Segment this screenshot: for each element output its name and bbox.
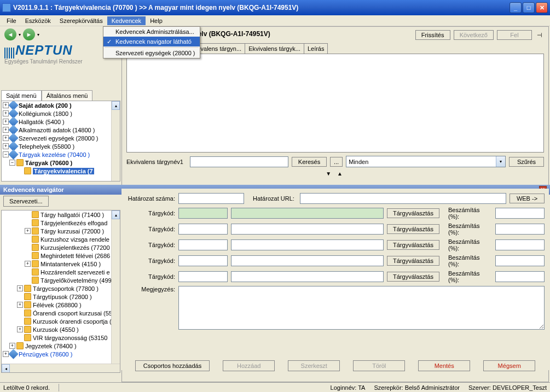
add-button[interactable]: Hozzáad xyxy=(223,360,275,371)
tree-expand-icon[interactable]: + xyxy=(17,285,23,291)
pin-icon[interactable]: ⊣ xyxy=(535,31,544,39)
tree-tcs[interactable]: Tárgycsoportok (77800 ) xyxy=(33,285,99,292)
targykod-input-2b[interactable] xyxy=(231,224,384,235)
menu-file[interactable]: File xyxy=(2,16,21,25)
forward-dropdown-icon[interactable]: ▾ xyxy=(37,32,39,37)
targykod-input-4b[interactable] xyxy=(231,255,384,266)
besz-input-4[interactable] xyxy=(495,255,545,266)
cancel-button[interactable]: Mégsem xyxy=(483,360,535,371)
targykod-input-5b[interactable] xyxy=(231,271,384,282)
haturl-input[interactable] xyxy=(300,193,506,204)
tree-tk[interactable]: Tárgy kurzusai (72000 ) xyxy=(40,228,104,235)
group-add-button[interactable]: Csoportos hozzáadás xyxy=(135,360,210,371)
tree-kvr[interactable]: Kurzushoz vizsga rendele xyxy=(40,236,109,243)
tree-koc[interactable]: Kurzusok órarendi csoportja (3 xyxy=(33,318,115,325)
maximize-button[interactable]: □ xyxy=(523,2,535,13)
targykod-input-3a[interactable] xyxy=(178,239,228,250)
tree-kolleg[interactable]: Kollégiumok (1800 ) xyxy=(19,110,72,117)
fav-admin-item[interactable]: Kedvencek Adminisztrálása... xyxy=(103,27,200,37)
tree-penz[interactable]: Pénzügyek (78600 ) xyxy=(19,351,72,358)
tree-expand-icon[interactable]: + xyxy=(9,343,15,349)
tree-sajat[interactable]: Saját adatok (200 ) xyxy=(19,102,72,109)
tree-mhf[interactable]: Meghirdetett félévei (2686 xyxy=(40,253,110,259)
tree-teleph[interactable]: Telephelyek (55800 ) xyxy=(19,143,74,150)
tree-scrollbar-h[interactable]: ◂ xyxy=(2,364,120,372)
up-button[interactable]: Fel xyxy=(497,30,532,40)
tree-expand-icon[interactable]: + xyxy=(17,302,23,308)
minimize-button[interactable]: _ xyxy=(510,2,522,13)
tree-th[interactable]: Tárgy hallgatói (71400 ) xyxy=(40,212,104,218)
close-button[interactable]: ✕ xyxy=(536,2,548,13)
besz-input-1[interactable] xyxy=(495,208,545,219)
tab-ekv3[interactable]: Ekvivalens tárgyk... xyxy=(245,43,304,54)
scroll-left-icon[interactable]: ◂ xyxy=(2,364,10,373)
search-button[interactable]: Keresés xyxy=(292,157,327,167)
tree-kj[interactable]: Kurzusjelentkezés (77200 xyxy=(40,244,110,251)
besz-input-2[interactable] xyxy=(495,224,545,235)
menu-help[interactable]: Help xyxy=(146,16,167,25)
tree-mtt[interactable]: Mintatantervek (4150 ) xyxy=(40,261,101,267)
back-button[interactable]: ◄ xyxy=(4,28,16,40)
tree-szerv[interactable]: Szervezeti egységek (28000 ) xyxy=(19,135,99,142)
save-button[interactable]: Mentés xyxy=(418,360,470,371)
tree-expand-icon[interactable]: + xyxy=(25,261,31,267)
tree-scrollbar-v[interactable]: ▴ xyxy=(111,101,120,181)
tval-button-1[interactable]: Tárgyválasztás xyxy=(387,208,439,218)
besz-input-3[interactable] xyxy=(495,239,545,250)
scroll-up-icon[interactable]: ▴ xyxy=(112,101,120,110)
filter-dropdown[interactable]: Minden ▾ xyxy=(346,156,506,167)
refresh-button[interactable]: Frissítés xyxy=(415,30,450,40)
tree-alk[interactable]: Alkalmazotti adatok (14800 ) xyxy=(19,127,95,133)
filter-button[interactable]: Szűrés xyxy=(509,157,544,167)
next-button[interactable]: Következő xyxy=(454,30,494,40)
hatsz-input[interactable] xyxy=(178,193,244,204)
scroll-up-icon[interactable]: ▴ xyxy=(112,210,120,219)
splitter-arrows[interactable]: ▼ ▲ xyxy=(122,171,548,177)
menu-roles[interactable]: Szerepkörváltás xyxy=(55,16,107,25)
menu-tools[interactable]: Eszközök xyxy=(21,16,55,25)
chevron-down-icon[interactable]: ▾ xyxy=(496,156,505,167)
tree-targyak[interactable]: Tárgyak (70600 ) xyxy=(25,160,72,166)
forward-button[interactable]: ► xyxy=(23,28,35,40)
tree-tje[interactable]: Tárgyjelentkezés elfogad xyxy=(40,220,107,226)
tree-expand-icon[interactable]: + xyxy=(25,228,31,234)
tree-scrollbar-v[interactable]: ▴ xyxy=(111,210,120,372)
targykod-input-3b[interactable] xyxy=(231,239,384,250)
tval-button-4[interactable]: Tárgyválasztás xyxy=(387,256,439,266)
targykod-input-5a[interactable] xyxy=(178,271,228,282)
tree-targyekviv[interactable]: Tárgyekvivalencia (7 xyxy=(33,168,94,174)
tab-general-menu[interactable]: Általános menü xyxy=(42,90,93,101)
besz-input-5[interactable] xyxy=(495,271,545,282)
back-dropdown-icon[interactable]: ▾ xyxy=(19,32,21,37)
web-button[interactable]: WEB -> xyxy=(510,194,545,203)
tree-expand-icon[interactable]: + xyxy=(17,326,23,332)
fav-nav-visible-item[interactable]: ✓ Kedvencek navigator látható xyxy=(103,37,200,46)
menu-favorites[interactable]: Kedvencek xyxy=(107,16,146,25)
tree-kur[interactable]: Kurzusok (4550 ) xyxy=(33,326,79,333)
tval-button-2[interactable]: Tárgyválasztás xyxy=(387,224,439,234)
tval-button-5[interactable]: Tárgyválasztás xyxy=(387,272,439,282)
tval-button-3[interactable]: Tárgyválasztás xyxy=(387,240,439,250)
tree-collapse-icon[interactable]: − xyxy=(9,160,15,166)
org-button[interactable]: Szervezeti... xyxy=(3,196,49,207)
tree-ocsk[interactable]: Órarendi csoport kurzusai (55 xyxy=(33,310,112,317)
tree-virt[interactable]: VIR tárgyazonosság (53150 xyxy=(33,335,107,341)
browse-button[interactable]: ... xyxy=(330,157,343,167)
targykod-input-2a[interactable] xyxy=(178,224,228,235)
targykod-input-1a[interactable] xyxy=(178,208,228,219)
fav-org-item[interactable]: Szervezeti egységek (28000 ) xyxy=(103,48,200,58)
tree-fel[interactable]: Félévek (268800 ) xyxy=(33,302,82,308)
search-input[interactable] xyxy=(190,156,288,167)
edit-button[interactable]: Szerkeszt xyxy=(288,360,340,371)
tree-hallg[interactable]: Hallgatók (5400 ) xyxy=(19,119,65,125)
megj-textarea[interactable] xyxy=(178,286,545,330)
targykod-input-4a[interactable] xyxy=(178,255,228,266)
tree-targyk[interactable]: Tárgyak kezelése (70400 ) xyxy=(19,151,90,158)
targykod-input-1b[interactable] xyxy=(231,208,384,219)
tree-tek[interactable]: Tárgyelőkövetelmény (499 xyxy=(40,277,112,284)
tab-own-menu[interactable]: Saját menü xyxy=(1,90,42,101)
tree-hsze[interactable]: Hozzárendelt szervezeti e xyxy=(40,269,110,276)
tab-leiras[interactable]: Leírás xyxy=(304,43,328,54)
tree-tt[interactable]: Tárgytípusok (72800 ) xyxy=(33,294,92,300)
delete-button[interactable]: Töröl xyxy=(353,360,405,371)
